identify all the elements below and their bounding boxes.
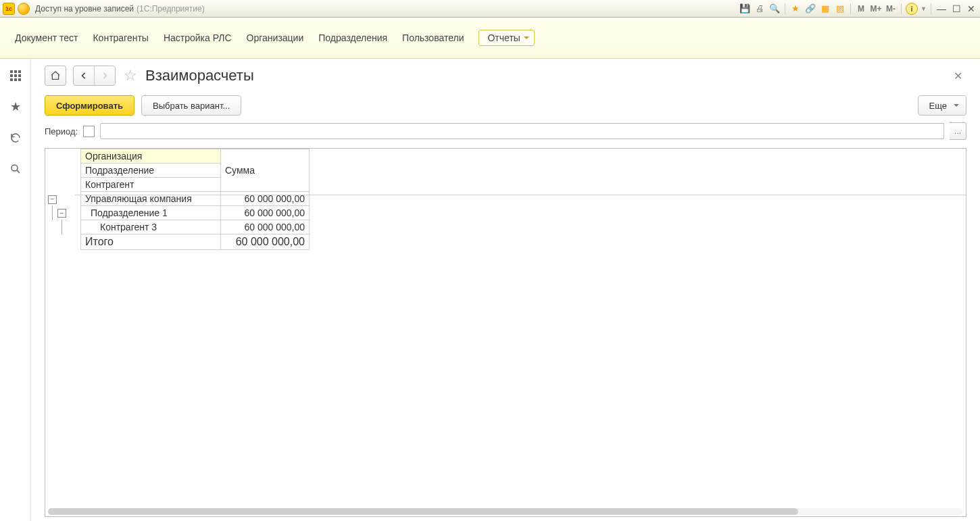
minimize-button[interactable]: — <box>935 3 948 14</box>
sidebar: ★ <box>0 59 31 521</box>
header-sum[interactable]: Сумма <box>221 149 310 192</box>
app-subtitle: (1С:Предприятие) <box>137 4 205 14</box>
total-sum: 60 000 000,00 <box>221 234 310 250</box>
info-icon[interactable]: i <box>906 3 918 15</box>
menu-item-users[interactable]: Пользователи <box>402 32 464 43</box>
menu-reports-dropdown[interactable]: Отчеты <box>479 30 534 46</box>
menu-item-rls-settings[interactable]: Настройка РЛС <box>164 32 232 43</box>
select-variant-button[interactable]: Выбрать вариант... <box>141 95 241 116</box>
info-dropdown-icon[interactable]: ▼ <box>921 5 927 12</box>
horizontal-scrollbar[interactable] <box>48 508 963 515</box>
memory-mplus-button[interactable]: M+ <box>870 3 882 15</box>
home-button[interactable] <box>45 66 66 86</box>
star-outline-icon: ☆ <box>124 67 137 84</box>
ellipsis-icon: … <box>954 127 962 135</box>
row-div-name[interactable]: Подразделение 1 <box>81 206 221 220</box>
print-icon[interactable]: 🖨 <box>754 3 766 15</box>
scrollbar-thumb[interactable] <box>48 508 798 515</box>
menu-item-divisions[interactable]: Подразделения <box>318 32 387 43</box>
star-icon: ★ <box>10 99 21 114</box>
sections-panel-button[interactable] <box>5 66 26 86</box>
arrow-right-icon <box>101 72 109 80</box>
main-menu: Документ тест Контрагенты Настройка РЛС … <box>0 18 980 59</box>
generate-button[interactable]: Сформировать <box>45 95 134 116</box>
maximize-button[interactable]: ☐ <box>950 3 962 14</box>
row-contr-name[interactable]: Контрагент 3 <box>81 220 221 234</box>
page-title: Взаиморасчеты <box>145 67 254 84</box>
row-org-name[interactable]: Управляющая компания <box>81 192 221 206</box>
menu-item-document-test[interactable]: Документ тест <box>15 32 78 43</box>
row-org-sum: 60 000 000,00 <box>221 192 310 206</box>
app-logo-icon: 1c <box>3 3 15 15</box>
history-button[interactable] <box>5 128 26 148</box>
favorites-button[interactable]: ★ <box>5 97 26 117</box>
report-table: Организация Сумма Подразделение Контраге… <box>45 149 310 250</box>
history-icon <box>9 132 22 144</box>
arrow-left-icon <box>80 72 88 80</box>
theme-circle-icon[interactable] <box>18 3 30 15</box>
forward-button[interactable] <box>94 66 115 85</box>
header-division[interactable]: Подразделение <box>81 164 221 178</box>
period-input[interactable] <box>100 123 944 139</box>
row-contr-sum: 60 000 000,00 <box>221 220 310 234</box>
period-checkbox[interactable] <box>83 126 95 137</box>
expand-toggle-div[interactable]: − <box>57 209 66 218</box>
preview-icon[interactable]: 🔍 <box>768 3 781 15</box>
total-label: Итого <box>81 234 221 250</box>
back-button[interactable] <box>74 66 94 85</box>
grid-icon <box>10 70 21 81</box>
header-organization[interactable]: Организация <box>81 149 221 164</box>
favorite-icon[interactable]: ★ <box>789 3 802 15</box>
separator <box>931 3 931 14</box>
close-tab-button[interactable]: ✕ <box>950 67 966 85</box>
row-div-sum: 60 000 000,00 <box>221 206 310 220</box>
search-button[interactable] <box>5 159 26 179</box>
app-title: Доступ на уровне записей <box>35 4 134 14</box>
close-button[interactable]: ✕ <box>965 3 977 14</box>
memory-m-button[interactable]: M <box>855 3 867 15</box>
separator <box>901 3 902 14</box>
svg-line-1 <box>16 170 19 173</box>
content-area: ☆ Взаиморасчеты ✕ Сформировать Выбрать в… <box>31 59 980 521</box>
home-icon <box>50 70 61 81</box>
title-bar: 1c Доступ на уровне записей (1С:Предприя… <box>0 0 980 18</box>
header-contractor[interactable]: Контрагент <box>81 178 221 192</box>
calendar-icon[interactable]: ▧ <box>834 3 846 15</box>
action-bar: Сформировать Выбрать вариант... Еще <box>45 95 966 116</box>
period-picker-button[interactable]: … <box>950 122 966 140</box>
save-icon[interactable]: 💾 <box>739 3 751 15</box>
favorite-toggle[interactable]: ☆ <box>122 67 139 84</box>
close-icon: ✕ <box>954 70 962 82</box>
header-body-separator <box>75 195 966 195</box>
svg-point-0 <box>11 165 18 171</box>
nav-back-forward <box>73 66 116 86</box>
period-label: Период: <box>45 126 78 137</box>
memory-mminus-button[interactable]: M- <box>885 3 897 15</box>
separator <box>850 3 851 14</box>
more-button[interactable]: Еще <box>918 95 966 116</box>
search-icon <box>9 163 22 175</box>
period-filter-row: Период: … <box>45 122 966 140</box>
page-header: ☆ Взаиморасчеты ✕ <box>45 66 966 86</box>
report-grid: Организация Сумма Подразделение Контраге… <box>45 148 966 517</box>
expand-toggle-org[interactable]: − <box>48 195 57 204</box>
menu-item-organizations[interactable]: Организации <box>247 32 304 43</box>
separator <box>785 3 785 14</box>
calculator-icon[interactable]: ▦ <box>819 3 831 15</box>
link-icon[interactable]: 🔗 <box>804 3 816 15</box>
menu-item-contractors[interactable]: Контрагенты <box>93 32 148 43</box>
